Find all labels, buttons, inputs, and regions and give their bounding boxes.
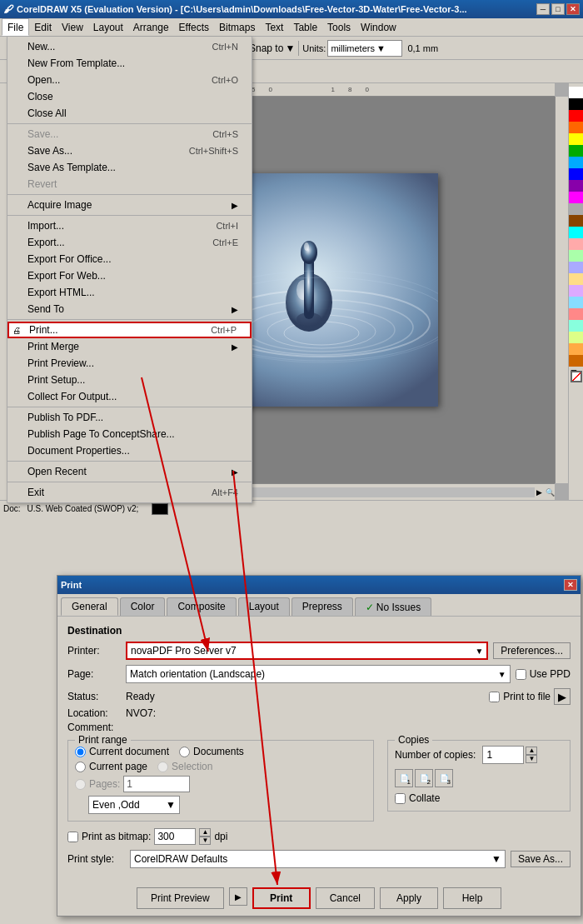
menu-export-office[interactable]: Export For Office... bbox=[7, 251, 252, 267]
cancel-button[interactable]: Cancel bbox=[316, 887, 375, 909]
menu-export-web[interactable]: Export For Web... bbox=[7, 267, 252, 284]
printer-select[interactable]: novaPDF Pro Server v7 ▼ bbox=[126, 642, 488, 660]
help-button[interactable]: Help bbox=[443, 887, 501, 909]
color-amber[interactable] bbox=[569, 343, 583, 355]
dialog-close-button[interactable]: ✕ bbox=[564, 579, 577, 591]
menu-open[interactable]: Open... Ctrl+O bbox=[7, 72, 252, 88]
print-to-file-checkbox[interactable] bbox=[489, 692, 500, 702]
menu-item-window[interactable]: Window bbox=[356, 18, 401, 36]
print-preview-button[interactable]: Print Preview bbox=[137, 887, 224, 909]
menu-open-recent[interactable]: Open Recent ▶ bbox=[7, 463, 252, 480]
menu-new[interactable]: New... Ctrl+N bbox=[7, 38, 252, 55]
collate-checkbox[interactable] bbox=[395, 793, 406, 804]
menu-item-bitmaps[interactable]: Bitmaps bbox=[214, 18, 260, 36]
color-red[interactable] bbox=[569, 110, 583, 122]
zoom-in-icon[interactable]: 🔍 bbox=[546, 488, 555, 497]
menu-item-arrange[interactable]: Arrange bbox=[128, 18, 174, 36]
menu-item-edit[interactable]: Edit bbox=[29, 18, 57, 36]
copies-input[interactable]: 1 bbox=[482, 746, 524, 764]
print-as-bitmap-checkbox[interactable] bbox=[67, 832, 78, 842]
palette-none[interactable] bbox=[569, 370, 583, 383]
color-lavender[interactable] bbox=[569, 262, 583, 273]
preferences-button[interactable]: Preferences... bbox=[493, 642, 571, 659]
color-peach[interactable] bbox=[569, 273, 583, 285]
color-green[interactable] bbox=[569, 145, 583, 157]
dpi-input[interactable]: 300 bbox=[154, 828, 196, 845]
even-odd-select[interactable]: Even ,Odd ▼ bbox=[88, 796, 180, 814]
color-tan[interactable] bbox=[569, 355, 583, 367]
menu-export[interactable]: Export... Ctrl+E bbox=[7, 234, 252, 251]
menu-print-preview[interactable]: Print Preview... bbox=[7, 355, 252, 372]
color-orange[interactable] bbox=[569, 122, 583, 133]
menu-item-text[interactable]: Text bbox=[260, 18, 288, 36]
selection-radio[interactable] bbox=[157, 762, 168, 772]
no-color-icon[interactable] bbox=[571, 371, 582, 382]
current-page-radio[interactable] bbox=[75, 762, 86, 772]
current-doc-radio[interactable] bbox=[75, 747, 86, 757]
menu-doc-properties[interactable]: Document Properties... bbox=[7, 442, 252, 459]
color-cyan[interactable] bbox=[569, 157, 583, 168]
copies-down[interactable]: ▼ bbox=[526, 755, 537, 763]
menu-item-view[interactable]: View bbox=[57, 18, 88, 36]
color-black[interactable] bbox=[569, 98, 583, 110]
dpi-up[interactable]: ▲ bbox=[199, 828, 211, 837]
menu-exit[interactable]: Exit Alt+F4 bbox=[7, 484, 252, 501]
menu-new-template[interactable]: New From Template... bbox=[7, 55, 252, 72]
menu-print[interactable]: 🖨 Print... Ctrl+P bbox=[7, 322, 252, 338]
tab-color[interactable]: Color bbox=[120, 597, 166, 616]
apply-button[interactable]: Apply bbox=[380, 887, 438, 909]
print-preview-icon-button[interactable]: ▶ bbox=[229, 887, 247, 906]
color-blue[interactable] bbox=[569, 168, 583, 180]
menu-save-as[interactable]: Save As... Ctrl+Shift+S bbox=[7, 142, 252, 159]
minimize-button[interactable]: ─ bbox=[536, 3, 550, 15]
menu-print-setup[interactable]: Print Setup... bbox=[7, 372, 252, 388]
menu-print-merge[interactable]: Print Merge ▶ bbox=[7, 338, 252, 355]
menu-publish-pdf[interactable]: Publish To PDF... bbox=[7, 409, 252, 426]
tab-composite[interactable]: Composite bbox=[167, 597, 236, 616]
color-mint[interactable] bbox=[569, 320, 583, 332]
color-gray[interactable] bbox=[569, 203, 583, 215]
color-lime[interactable] bbox=[569, 250, 583, 262]
print-style-select[interactable]: CorelDRAW Defaults ▼ bbox=[130, 850, 506, 868]
menu-save-template[interactable]: Save As Template... bbox=[7, 159, 252, 176]
style-save-as-button[interactable]: Save As... bbox=[511, 851, 571, 867]
color-violet[interactable] bbox=[569, 285, 583, 297]
use-ppd-checkbox[interactable] bbox=[516, 669, 526, 680]
menu-send-to[interactable]: Send To ▶ bbox=[7, 301, 252, 317]
dpi-down[interactable]: ▼ bbox=[199, 837, 211, 845]
pages-input[interactable] bbox=[123, 776, 190, 792]
units-select[interactable]: millimeters ▼ bbox=[327, 40, 402, 57]
menu-item-layout[interactable]: Layout bbox=[88, 18, 128, 36]
color-pink[interactable] bbox=[569, 238, 583, 250]
maximize-button[interactable]: □ bbox=[551, 3, 565, 15]
tab-no-issues[interactable]: ✓ No Issues bbox=[355, 597, 431, 616]
scroll-right[interactable]: ▶ bbox=[536, 488, 542, 497]
menu-import[interactable]: Import... Ctrl+I bbox=[7, 217, 252, 234]
tab-layout[interactable]: Layout bbox=[238, 597, 290, 616]
menu-collect-output[interactable]: Collect For Output... bbox=[7, 388, 252, 405]
print-button[interactable]: Print bbox=[252, 887, 311, 909]
menu-item-table[interactable]: Table bbox=[288, 18, 322, 36]
pages-radio[interactable] bbox=[75, 779, 86, 790]
color-salmon[interactable] bbox=[569, 308, 583, 320]
close-button[interactable]: ✕ bbox=[566, 3, 580, 15]
menu-close[interactable]: Close bbox=[7, 88, 252, 105]
color-aqua[interactable] bbox=[569, 227, 583, 238]
menu-acquire[interactable]: Acquire Image ▶ bbox=[7, 197, 252, 213]
page-select[interactable]: Match orientation (Landscape) ▼ bbox=[126, 665, 511, 683]
color-purple[interactable] bbox=[569, 180, 583, 192]
documents-radio[interactable] bbox=[179, 747, 190, 757]
menu-item-file[interactable]: File bbox=[2, 18, 29, 36]
menu-export-html[interactable]: Export HTML... bbox=[7, 284, 252, 301]
color-yellow[interactable] bbox=[569, 133, 583, 145]
color-chartreuse[interactable] bbox=[569, 332, 583, 343]
print-to-file-browse[interactable]: ▶ bbox=[554, 688, 571, 705]
color-sky[interactable] bbox=[569, 297, 583, 308]
color-white[interactable] bbox=[569, 87, 583, 98]
color-magenta[interactable] bbox=[569, 192, 583, 203]
menu-close-all[interactable]: Close All bbox=[7, 105, 252, 122]
color-brown[interactable] bbox=[569, 215, 583, 227]
scrollbar-right[interactable] bbox=[555, 97, 568, 483]
tab-general[interactable]: General bbox=[61, 597, 118, 616]
snap-arrow[interactable]: ▼ bbox=[285, 42, 295, 54]
